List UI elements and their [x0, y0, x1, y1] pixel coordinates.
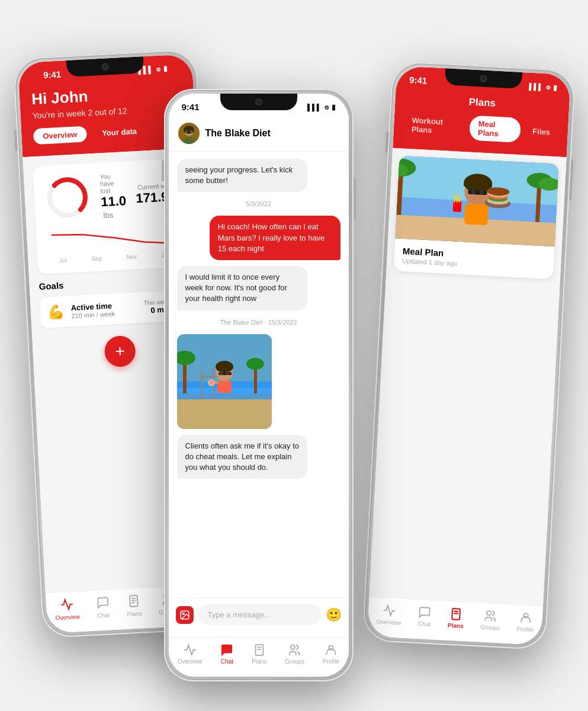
nav-chat-1[interactable]: Chat [96, 596, 110, 619]
svg-rect-27 [199, 376, 217, 377]
plans-header: 9:41 ▌▌▌ ⌾ ▮ Plans Workout Plans Meal Pl… [393, 66, 571, 157]
msg-date-1: 5/3/2022 [177, 200, 340, 207]
signal-icon-3: ▌▌▌ [529, 82, 543, 90]
chart-label-jul: Jul [59, 257, 66, 264]
attachment-button[interactable] [176, 606, 194, 624]
bottom-nav-3: Overview Chat Plans [367, 597, 542, 645]
nav-plans-label-3: Plans [447, 622, 463, 629]
svg-point-38 [182, 613, 184, 614]
msg-2: Hi coach! How often can I eat Mars bars?… [210, 216, 340, 260]
msg-1: seeing your progress. Let's kick some bu… [177, 159, 308, 192]
svg-point-42 [291, 645, 295, 649]
coach-avatar [178, 123, 200, 144]
status-icons-2: ▌▌▌ ⌾ ▮ [307, 103, 335, 111]
nav-groups-3[interactable]: Groups [480, 609, 500, 632]
status-time-2: 9:41 [182, 102, 200, 112]
camera-1 [101, 63, 109, 71]
fab-add-button[interactable]: + [104, 335, 136, 368]
nav-plans-3[interactable]: Plans [447, 607, 464, 629]
nav-overview-label-1: Overview [55, 613, 80, 621]
nav-chat-icon-1 [96, 596, 110, 611]
nav-groups-label-2: Groups [285, 658, 304, 665]
signal-icon-2: ▌▌▌ [307, 104, 321, 111]
nav-overview-icon-1 [60, 598, 73, 613]
svg-point-31 [220, 371, 223, 375]
svg-point-24 [246, 358, 264, 370]
phones-container: 9:41 ▌▌▌ ⌾ ▮ Hi John You're in week 2 ou… [28, 30, 561, 681]
msg-3: I would limit it to once every week for … [177, 266, 308, 310]
svg-rect-33 [217, 381, 232, 393]
battery-icon-2: ▮ [332, 103, 336, 111]
meal-card-image [395, 155, 559, 246]
nav-chat-label-3: Chat [417, 620, 430, 627]
nav-profile-label-2: Profile [323, 658, 339, 665]
wifi-icon: ⌾ [156, 65, 160, 73]
nav-overview-2[interactable]: Overview [178, 643, 203, 665]
nav-profile-label-3: Profile [516, 626, 534, 633]
msg-image-1 [177, 334, 272, 429]
nav-plans-icon-1 [127, 594, 140, 609]
battery-icon: ▮ [163, 65, 168, 73]
tab-your-data[interactable]: Your data [92, 123, 146, 142]
tab-meal-plans[interactable]: Meal Plans [469, 116, 521, 143]
tab-files[interactable]: Files [523, 123, 558, 140]
camera-3 [480, 75, 487, 82]
nav-plans-label-1: Plans [127, 610, 142, 617]
nav-groups-label-3: Groups [480, 624, 499, 632]
notch-2 [220, 94, 297, 110]
wifi-icon-3: ⌾ [545, 83, 550, 91]
weight-lost-value-row: 11.0 lbs [100, 193, 127, 220]
tab-workout-plans[interactable]: Workout Plans [403, 112, 467, 140]
chart-label-nov: Nov [126, 253, 137, 260]
nav-profile-2[interactable]: Profile [323, 643, 339, 665]
status-time-1: 9:41 [43, 69, 61, 81]
nav-profile-3[interactable]: Profile [516, 611, 534, 633]
goal-icon: 💪 [47, 303, 65, 321]
meal-plan-card[interactable]: Meal Plan Updated 1 day ago [393, 155, 559, 279]
nav-chat-2[interactable]: Chat [220, 643, 233, 665]
weight-lost-value: 11.0 [100, 193, 126, 209]
nav-plans-label-2: Plans [252, 658, 266, 665]
nav-plans-2[interactable]: Plans [252, 643, 266, 665]
bottom-nav-2: Overview Chat Plans [169, 637, 349, 677]
svg-rect-69 [452, 201, 461, 212]
overview-tabs: Overview Your data [33, 121, 184, 145]
tab-overview[interactable]: Overview [33, 126, 86, 145]
chat-messages: seeing your progress. Let's kick some bu… [169, 152, 349, 598]
nav-overview-3[interactable]: Overview [376, 603, 402, 626]
nav-overview-label-2: Overview [178, 658, 203, 665]
phone-plans: 9:41 ▌▌▌ ⌾ ▮ Plans Workout Plans Meal Pl… [362, 61, 576, 651]
svg-point-29 [216, 361, 233, 373]
weight-chart: Jul Sep Nov Jan [45, 223, 183, 264]
plans-content: Meal Plan Updated 1 day ago [369, 148, 566, 606]
camera-2 [255, 98, 262, 105]
chat-header: The Blake Diet [169, 116, 349, 152]
wifi-icon-2: ⌾ [324, 103, 329, 111]
nav-overview-1[interactable]: Overview [54, 597, 80, 621]
nav-groups-2[interactable]: Groups [285, 643, 304, 665]
status-icons-3: ▌▌▌ ⌾ ▮ [529, 82, 557, 91]
donut-chart [42, 172, 92, 225]
svg-point-13 [185, 130, 188, 133]
msg-date-2: The Blake Diet · 15/3/2022 [177, 319, 340, 326]
status-time-3: 9:41 [409, 75, 427, 86]
battery-icon-3: ▮ [552, 83, 557, 91]
svg-point-14 [189, 130, 192, 133]
emoji-button[interactable]: 🙂 [326, 607, 342, 623]
weight-lost-label: You have lost [99, 172, 126, 194]
chat-input-field[interactable]: Type a message... [198, 604, 321, 625]
nav-plans-1[interactable]: Plans [126, 594, 142, 617]
phone-screen-chat: 9:41 ▌▌▌ ⌾ ▮ [169, 94, 349, 677]
chart-label-sep: Sep [91, 255, 101, 262]
goal-info: Active time 210 min / week [70, 300, 139, 319]
weight-lost-info: You have lost 11.0 lbs [99, 172, 127, 220]
nav-chat-3[interactable]: Chat [417, 606, 432, 627]
chat-input-bar: Type a message... 🙂 [169, 598, 349, 637]
phone-right-button-3 [568, 159, 573, 201]
chat-name: The Blake Diet [205, 128, 271, 139]
phone-screen-plans: 9:41 ▌▌▌ ⌾ ▮ Plans Workout Plans Meal Pl… [367, 66, 570, 645]
svg-point-16 [183, 137, 195, 144]
svg-rect-62 [464, 203, 489, 225]
phone-right-button-2 [354, 178, 356, 219]
nav-chat-label-1: Chat [97, 612, 110, 619]
